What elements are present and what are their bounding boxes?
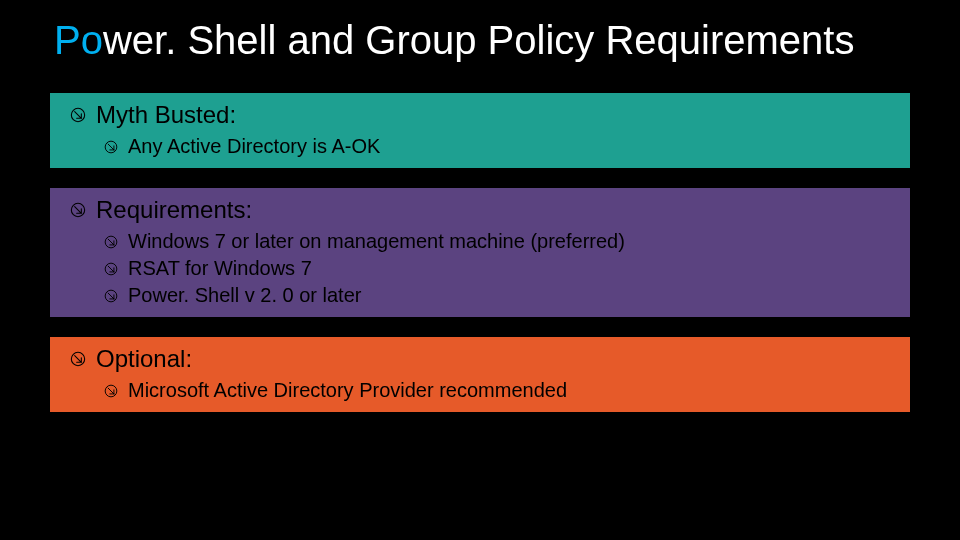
slide-title: Power. Shell and Group Policy Requiremen…	[54, 18, 906, 63]
section-heading-row: Optional:	[70, 345, 910, 373]
content-area: Myth Busted: Any Active Directory is A-O…	[0, 93, 960, 412]
list-item-text: Power. Shell v 2. 0 or later	[128, 282, 361, 309]
arrow-circle-icon	[70, 107, 86, 123]
title-accent: Po	[54, 18, 103, 62]
arrow-circle-icon	[104, 384, 118, 398]
section-heading: Myth Busted:	[96, 101, 236, 129]
list-item: RSAT for Windows 7	[104, 255, 910, 282]
list-item: Windows 7 or later on management machine…	[104, 228, 910, 255]
section-heading: Optional:	[96, 345, 192, 373]
list-item-text: Any Active Directory is A-OK	[128, 133, 380, 160]
section-items: Microsoft Active Directory Provider reco…	[70, 377, 910, 404]
section-items: Any Active Directory is A-OK	[70, 133, 910, 160]
arrow-circle-icon	[104, 262, 118, 276]
list-item-text: RSAT for Windows 7	[128, 255, 312, 282]
section-heading-row: Requirements:	[70, 196, 910, 224]
section-items: Windows 7 or later on management machine…	[70, 228, 910, 309]
list-item-text: Windows 7 or later on management machine…	[128, 228, 625, 255]
section-requirements: Requirements: Windows 7 or later on mana…	[50, 188, 910, 317]
section-optional: Optional: Microsoft Active Directory Pro…	[50, 337, 910, 412]
arrow-circle-icon	[104, 235, 118, 249]
list-item: Microsoft Active Directory Provider reco…	[104, 377, 910, 404]
list-item: Any Active Directory is A-OK	[104, 133, 910, 160]
arrow-circle-icon	[104, 289, 118, 303]
arrow-circle-icon	[70, 202, 86, 218]
section-myth: Myth Busted: Any Active Directory is A-O…	[50, 93, 910, 168]
arrow-circle-icon	[70, 351, 86, 367]
title-rest: wer. Shell and Group Policy Requirements	[103, 18, 854, 62]
list-item: Power. Shell v 2. 0 or later	[104, 282, 910, 309]
section-heading-row: Myth Busted:	[70, 101, 910, 129]
section-heading: Requirements:	[96, 196, 252, 224]
slide-title-wrap: Power. Shell and Group Policy Requiremen…	[0, 0, 960, 73]
list-item-text: Microsoft Active Directory Provider reco…	[128, 377, 567, 404]
arrow-circle-icon	[104, 140, 118, 154]
